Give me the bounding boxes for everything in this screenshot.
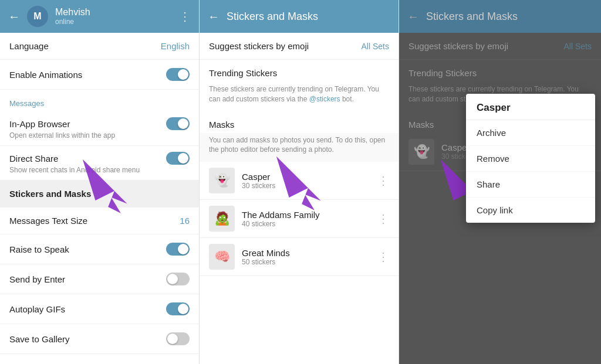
setting-in-app-browser: In-App Browser Open external links withi…	[0, 111, 199, 146]
context-menu: Casper Archive Remove Share Copy link	[466, 94, 595, 223]
header-info: Mehvish online	[55, 7, 172, 26]
casper-count: 30 stickers	[242, 182, 370, 190]
right-trending-row: Trending Stickers	[399, 60, 601, 82]
setting-autoplay-gifs[interactable]: Autoplay GIFs	[0, 294, 199, 324]
direct-share-label: Direct Share	[9, 154, 58, 164]
right-all-sets-link: All Sets	[564, 42, 592, 51]
addams-thumb: 🧟	[209, 206, 235, 232]
sticker-item-casper[interactable]: 👻 Casper 30 stickers ⋮	[200, 162, 399, 200]
setting-direct-share: Direct Share Show recent chats in Androi…	[0, 146, 199, 181]
right-suggest-row: Suggest stickers by emoji All Sets	[399, 33, 601, 60]
trending-stickers-row: Trending Stickers	[200, 60, 399, 82]
avatar: M	[27, 6, 48, 27]
left-header: ← M Mehvish online ⋮	[0, 0, 199, 33]
left-settings-content: Language English Enable Animations Messa…	[0, 33, 199, 364]
casper-name: Casper	[242, 172, 370, 182]
profile-name: Mehvish	[55, 7, 172, 18]
toggle-knob	[167, 274, 178, 284]
all-sets-link[interactable]: All Sets	[362, 42, 389, 51]
casper-info: Casper 30 stickers	[242, 172, 370, 190]
animations-toggle[interactable]	[166, 68, 190, 81]
masks-header: Masks	[200, 111, 399, 133]
autoplay-gifs-label: Autoplay GIFs	[9, 304, 65, 314]
save-to-gallery-toggle[interactable]	[166, 332, 190, 345]
context-menu-remove[interactable]: Remove	[466, 146, 595, 172]
stickers-masks-label: Stickers and Masks	[9, 189, 91, 199]
great-minds-info: Great Minds 50 stickers	[242, 248, 370, 266]
save-to-gallery-label: Save to Gallery	[9, 334, 70, 344]
profile-status: online	[55, 18, 172, 26]
addams-more-icon[interactable]: ⋮	[377, 212, 389, 226]
toggle-knob	[178, 244, 188, 254]
suggest-stickers-label: Suggest stickers by emoji	[209, 41, 309, 51]
casper-more-icon[interactable]: ⋮	[377, 174, 389, 188]
right-header: ← Stickers and Masks	[399, 0, 601, 33]
send-by-enter-toggle[interactable]	[166, 273, 190, 285]
right-panel-title: Stickers and Masks	[426, 11, 593, 23]
messages-section-header: Messages	[0, 90, 199, 111]
app-layout: ← M Mehvish online ⋮ Language English En…	[0, 0, 601, 364]
animations-label: Enable Animations	[9, 70, 82, 80]
setting-raise-to-speak[interactable]: Raise to Speak	[0, 234, 199, 264]
sticker-item-addams[interactable]: 🧟 The Addams Family 40 stickers ⋮	[200, 200, 399, 238]
direct-share-toggle[interactable]	[166, 152, 190, 165]
mid-panel-title: Stickers and Masks	[227, 11, 390, 23]
in-app-browser-toggle[interactable]	[166, 117, 190, 130]
great-minds-more-icon[interactable]: ⋮	[377, 250, 389, 264]
masks-desc: You can add masks to photos you send. To…	[200, 133, 399, 162]
back-button[interactable]: ←	[8, 10, 20, 23]
right-casper-thumb: 👻	[408, 139, 434, 165]
context-menu-share[interactable]: Share	[466, 172, 595, 198]
context-menu-copy-link[interactable]: Copy link	[466, 198, 595, 223]
trending-desc: These stickers are currently trending on…	[200, 82, 399, 111]
toggle-knob	[178, 69, 188, 80]
setting-messages-text-size[interactable]: Messages Text Size 16	[0, 207, 199, 234]
suggest-stickers-row[interactable]: Suggest stickers by emoji All Sets	[200, 33, 399, 60]
mid-content: Suggest stickers by emoji All Sets Trend…	[200, 33, 399, 364]
setting-stickers-masks[interactable]: Stickers and Masks	[0, 181, 199, 207]
support-section-header: Support	[0, 354, 199, 364]
context-menu-title: Casper	[466, 94, 595, 120]
toggle-knob	[178, 118, 188, 129]
addams-name: The Addams Family	[242, 210, 370, 220]
setting-language[interactable]: Language English	[0, 33, 199, 60]
mid-back-button[interactable]: ←	[208, 10, 220, 23]
language-label: Language	[9, 41, 49, 51]
raise-to-speak-label: Raise to Speak	[9, 244, 69, 254]
great-minds-count: 50 stickers	[242, 258, 370, 266]
addams-count: 40 stickers	[242, 220, 370, 228]
toggle-knob	[178, 304, 188, 314]
in-app-browser-sub: Open external links within the app	[9, 131, 190, 140]
msg-text-size-label: Messages Text Size	[9, 216, 87, 226]
addams-info: The Addams Family 40 stickers	[242, 210, 370, 228]
header-menu-icon[interactable]: ⋮	[179, 9, 191, 23]
right-trending-label: Trending Stickers	[408, 68, 477, 78]
raise-to-speak-toggle[interactable]	[166, 243, 190, 256]
direct-share-sub: Show recent chats in Android share menu	[9, 166, 190, 174]
setting-send-by-enter[interactable]: Send by Enter	[0, 264, 199, 294]
autoplay-gifs-toggle[interactable]	[166, 302, 190, 315]
context-menu-archive[interactable]: Archive	[466, 120, 595, 146]
language-value: English	[161, 41, 190, 51]
send-by-enter-label: Send by Enter	[9, 274, 65, 284]
toggle-knob	[167, 334, 178, 344]
casper-thumb: 👻	[209, 168, 235, 193]
right-panel: ← Stickers and Masks Suggest stickers by…	[399, 0, 601, 364]
great-minds-name: Great Minds	[242, 248, 370, 258]
setting-save-to-gallery[interactable]: Save to Gallery	[0, 324, 199, 354]
msg-text-size-value: 16	[180, 216, 190, 226]
great-minds-thumb: 🧠	[209, 244, 235, 270]
mid-panel: ← Stickers and Masks Suggest stickers by…	[200, 0, 399, 364]
stickers-link[interactable]: @stickers	[309, 95, 340, 103]
in-app-browser-label: In-App Browser	[9, 119, 70, 129]
right-back-button[interactable]: ←	[407, 10, 419, 23]
left-panel: ← M Mehvish online ⋮ Language English En…	[0, 0, 200, 364]
mid-header: ← Stickers and Masks	[200, 0, 399, 33]
sticker-item-great-minds[interactable]: 🧠 Great Minds 50 stickers ⋮	[200, 238, 399, 276]
right-suggest-label: Suggest stickers by emoji	[408, 41, 508, 51]
setting-animations[interactable]: Enable Animations	[0, 60, 199, 90]
trending-label: Trending Stickers	[209, 68, 277, 78]
toggle-knob	[178, 153, 188, 164]
